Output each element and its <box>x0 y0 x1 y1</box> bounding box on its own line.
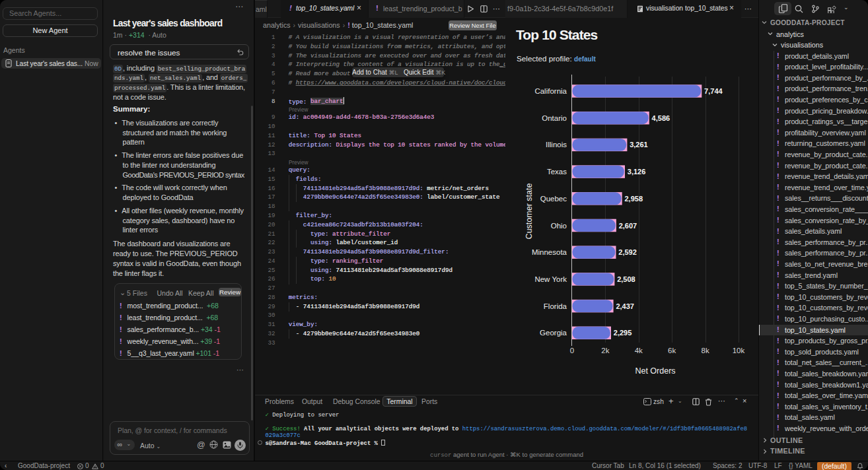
svg-text:California: California <box>534 87 567 95</box>
svg-text:Quebec: Quebec <box>540 195 567 203</box>
svg-text:Georgia: Georgia <box>540 329 567 337</box>
svg-text:2,508: 2,508 <box>617 275 635 283</box>
svg-text:3,261: 3,261 <box>630 141 648 149</box>
svg-text:2,295: 2,295 <box>614 329 632 337</box>
svg-text:8k: 8k <box>702 347 709 354</box>
svg-text:2k: 2k <box>601 347 609 354</box>
svg-text:Net Orders: Net Orders <box>635 366 675 376</box>
svg-text:10k: 10k <box>733 347 745 354</box>
svg-text:2,592: 2,592 <box>618 248 637 256</box>
svg-text:2,607: 2,607 <box>619 222 637 230</box>
svg-text:7,744: 7,744 <box>704 87 723 95</box>
svg-text:0: 0 <box>570 347 574 354</box>
svg-text:3,126: 3,126 <box>628 168 646 176</box>
svg-text:New York: New York <box>534 275 567 283</box>
svg-text:Texas: Texas <box>547 168 567 176</box>
svg-text:4k: 4k <box>635 347 643 354</box>
svg-text:Ohio: Ohio <box>551 222 567 230</box>
svg-text:Florida: Florida <box>544 302 567 310</box>
svg-text:6k: 6k <box>668 347 676 354</box>
svg-text:Illinois: Illinois <box>546 141 567 149</box>
svg-text:Ontario: Ontario <box>542 114 567 122</box>
svg-text:4,586: 4,586 <box>652 114 670 122</box>
svg-text:2,958: 2,958 <box>625 195 643 203</box>
svg-text:Customer state: Customer state <box>524 184 534 240</box>
svg-text:Minnesota: Minnesota <box>532 248 567 256</box>
svg-text:2,437: 2,437 <box>616 302 634 310</box>
